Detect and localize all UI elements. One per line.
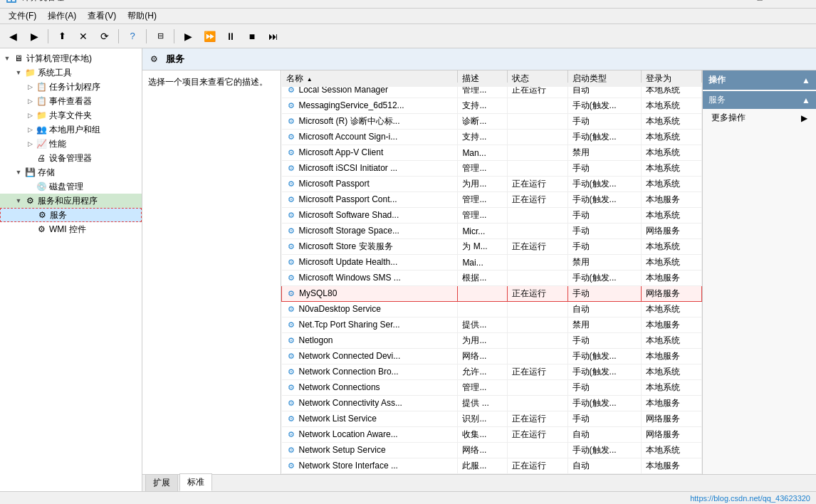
tree-wmi[interactable]: ▷ ⚙ WMI 控件 (0, 222, 142, 236)
toolbar-end[interactable]: ⏭ (263, 27, 283, 46)
table-row[interactable]: ⚙Microsoft Passport Cont...管理...正在运行手动(触… (282, 192, 702, 208)
toolbar-fastforward[interactable]: ⏩ (199, 27, 219, 46)
tree-device-manager[interactable]: ▷ 🖨 设备管理器 (0, 151, 142, 165)
table-row[interactable]: ⚙MySQL80正在运行手动网络服务 (282, 286, 702, 302)
menu-action[interactable]: 操作(A) (42, 9, 82, 23)
col-name[interactable]: 名称 ▲ (282, 70, 458, 88)
tree-system-tools[interactable]: ▼ 📁 系统工具 (0, 65, 142, 80)
cell-startup: 手动 (567, 333, 642, 349)
menu-bar: 文件(F) 操作(A) 查看(V) 帮助(H) (0, 9, 816, 24)
toolbar-up[interactable]: ⬆ (52, 27, 72, 46)
cell-status: 正在运行 (508, 286, 567, 302)
tree-shared-folders[interactable]: ▷ 📁 共享文件夹 (0, 108, 142, 122)
cell-name: ⚙Network Connectivity Ass... (282, 396, 458, 411)
close-button[interactable]: ✕ (778, 0, 810, 9)
service-icon: ⚙ (286, 320, 296, 330)
cell-startup: 手动 (567, 161, 642, 177)
tree-performance[interactable]: ▷ 📈 性能 (0, 137, 142, 151)
minimize-button[interactable]: ─ (709, 0, 742, 9)
toolbar-play[interactable]: ▶ (178, 27, 198, 46)
cell-startup: 手动(触发... (567, 271, 642, 286)
table-row[interactable]: ⚙Network Connection Bro...允许...正在运行手动(触发… (282, 364, 702, 380)
tree-services-apps[interactable]: ▼ ⚙ 服务和应用程序 (0, 194, 142, 208)
table-row[interactable]: ⚙Network Store Interface ...此服...正在运行自动本… (282, 458, 702, 474)
cell-name: ⚙Network Connections (282, 380, 458, 396)
cell-startup: 手动 (567, 239, 642, 255)
tree-storage[interactable]: ▼ 💾 存储 (0, 165, 142, 179)
tab-standard[interactable]: 标准 (179, 473, 212, 491)
tree-local-users[interactable]: ▷ 👥 本地用户和组 (0, 122, 142, 137)
service-icon: ⚙ (286, 211, 296, 221)
table-row[interactable]: ⚙Microsoft Software Shad...管理...手动本地系统 (282, 208, 702, 224)
tree-services[interactable]: ▷ ⚙ 服务 (0, 208, 142, 222)
cell-desc: Mai... (458, 255, 508, 271)
toolbar-help[interactable]: ? (122, 27, 142, 46)
menu-file[interactable]: 文件(F) (3, 9, 42, 23)
cell-name: ⚙Microsoft Software Shad... (282, 208, 458, 224)
cell-name: ⚙Netlogon (282, 333, 458, 349)
table-row[interactable]: ⚙Microsoft Windows SMS ...根据...手动(触发...本… (282, 271, 702, 286)
tree-task-scheduler[interactable]: ▷ 📋 任务计划程序 (0, 80, 142, 94)
service-icon: ⚙ (286, 164, 296, 174)
toolbar-pause[interactable]: ⏸ (221, 27, 241, 46)
cell-startup: 手动(触发... (567, 98, 642, 114)
toolbar-export[interactable]: ⊟ (150, 27, 170, 46)
tree-event-viewer[interactable]: ▷ 📋 事件查看器 (0, 94, 142, 108)
service-icon: ⚙ (286, 383, 296, 393)
table-area[interactable]: 名称 ▲ 描述 状态 启动类型 登录为 ⚙Local Session Manag… (281, 70, 702, 474)
menu-help[interactable]: 帮助(H) (122, 9, 162, 23)
table-row[interactable]: ⚙Microsoft Store 安装服务为 M...正在运行手动本地系统 (282, 239, 702, 255)
table-row[interactable]: ⚙Network Connected Devi...网络...手动(触发...本… (282, 349, 702, 364)
table-row[interactable]: ⚙Microsoft (R) 诊断中心标...诊断...手动本地系统 (282, 114, 702, 130)
service-icon: ⚙ (286, 414, 296, 424)
service-icon: ⚙ (286, 148, 296, 158)
cell-status (508, 208, 567, 224)
main-layout: ▼ 🖥 计算机管理(本地) ▼ 📁 系统工具 ▷ 📋 任务计划程序 ▷ 📋 事件… (0, 48, 816, 491)
table-row[interactable]: ⚙Microsoft iSCSI Initiator ...管理...手动本地系… (282, 161, 702, 177)
col-startup[interactable]: 启动类型 (567, 70, 642, 88)
col-desc[interactable]: 描述 (458, 70, 508, 88)
table-row[interactable]: ⚙Microsoft App-V ClientMan...禁用本地系统 (282, 145, 702, 161)
menu-view[interactable]: 查看(V) (82, 9, 122, 23)
table-row[interactable]: ⚙Microsoft Update Health...Mai...禁用本地系统 (282, 255, 702, 271)
tree-root[interactable]: ▼ 🖥 计算机管理(本地) (0, 51, 142, 65)
toolbar-stop[interactable]: ✕ (73, 27, 93, 46)
table-row[interactable]: ⚙Network Connectivity Ass...提供 ...手动(触发.… (282, 396, 702, 411)
cell-startup: 手动(触发... (567, 130, 642, 145)
table-row[interactable]: ⚙Net.Tcp Port Sharing Ser...提供...禁用本地服务 (282, 317, 702, 333)
col-login[interactable]: 登录为 (642, 70, 702, 88)
folder-icon: 📁 (24, 67, 36, 78)
tab-expand[interactable]: 扩展 (145, 474, 178, 491)
table-row[interactable]: ⚙Network Location Aware...收集...正在运行自动网络服… (282, 427, 702, 443)
cell-name: ⚙Microsoft iSCSI Initiator ... (282, 161, 458, 177)
tree-disk-management[interactable]: ▷ 💿 磁盘管理 (0, 179, 142, 194)
toolbar-forward[interactable]: ▶ (24, 27, 44, 46)
table-row[interactable]: ⚙Network Connections管理...手动本地系统 (282, 380, 702, 396)
cell-status (508, 114, 567, 130)
toolbar: ◀ ▶ ⬆ ✕ ⟳ ? ⊟ ▶ ⏩ ⏸ ■ ⏭ (0, 24, 816, 48)
action-more[interactable]: 更多操作 ▶ (703, 109, 816, 127)
system-tools-expand: ▼ (13, 67, 24, 78)
table-row[interactable]: ⚙Network List Service识别...正在运行手动网络服务 (282, 411, 702, 427)
toolbar-refresh[interactable]: ⟳ (95, 27, 115, 46)
toolbar-stop2[interactable]: ■ (242, 27, 262, 46)
table-row[interactable]: ⚙Microsoft Storage Space...Micr...手动网络服务 (282, 224, 702, 239)
table-row[interactable]: ⚙MessagingService_6d512...支持...手动(触发...本… (282, 98, 702, 114)
cell-status (508, 130, 567, 145)
cell-name: ⚙Network Connected Devi... (282, 349, 458, 364)
disk-icon: 💿 (36, 181, 47, 192)
cell-desc: Micr... (458, 224, 508, 239)
maximize-button[interactable]: □ (743, 0, 776, 9)
col-status[interactable]: 状态 (508, 70, 567, 88)
table-row[interactable]: ⚙Microsoft Passport为用...正在运行手动(触发...本地系统 (282, 177, 702, 192)
toolbar-back[interactable]: ◀ (3, 27, 23, 46)
table-row[interactable]: ⚙Netlogon为用...手动本地系统 (282, 333, 702, 349)
service-icon: ⚙ (286, 446, 296, 456)
cell-desc: 为用... (458, 177, 508, 192)
service-icon: ⚙ (286, 179, 296, 189)
window-controls: ─ □ ✕ (709, 0, 810, 9)
table-row[interactable]: ⚙Microsoft Account Sign-i...支持...手动(触发..… (282, 130, 702, 145)
svg-rect-2 (8, 0, 11, 1)
table-row[interactable]: ⚙Network Setup Service网络...手动(触发...本地系统 (282, 443, 702, 458)
table-row[interactable]: ⚙N0vaDesktop Service自动本地系统 (282, 302, 702, 317)
